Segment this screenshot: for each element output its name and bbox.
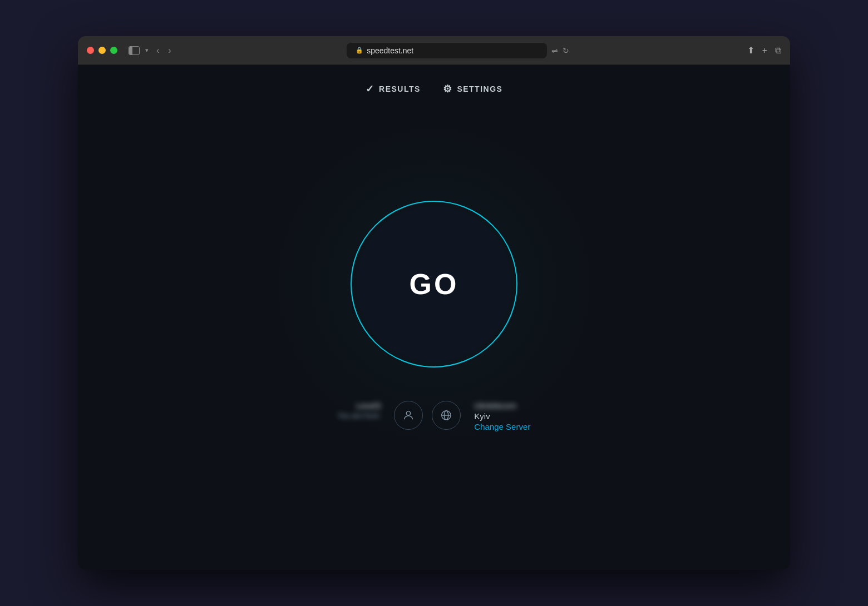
traffic-light-red[interactable] [87, 47, 94, 54]
top-nav: ✓ RESULTS ⚙ SETTINGS [366, 83, 503, 95]
browser-controls: ▾ ‹ › [129, 44, 174, 57]
traffic-light-yellow[interactable] [98, 47, 106, 54]
browser-chrome: ▾ ‹ › 🔒 speedtest.net ⇌ ↻ ⬆ + ⧉ [78, 36, 790, 65]
forward-button[interactable]: › [166, 44, 173, 57]
traffic-light-green[interactable] [110, 47, 117, 54]
isp-ip: You are from: [338, 411, 381, 420]
page-content: ✓ RESULTS ⚙ SETTINGS GO Level3 You [78, 65, 790, 570]
go-label: GO [410, 267, 459, 301]
change-server-link[interactable]: Change Server [474, 422, 530, 431]
address-bar[interactable]: 🔒 speedtest.net [347, 43, 547, 58]
share-button[interactable]: ⬆ [747, 45, 754, 56]
go-button-wrapper: GO [351, 201, 517, 367]
settings-icon: ⚙ [443, 83, 453, 95]
server-provider: Ukrtelecom [474, 401, 516, 410]
url-text: speedtest.net [367, 46, 413, 55]
results-nav-item[interactable]: ✓ RESULTS [366, 83, 421, 95]
person-icon-button[interactable] [394, 401, 423, 430]
go-button[interactable]: GO [351, 201, 517, 367]
new-tab-button[interactable]: + [762, 46, 767, 56]
svg-point-0 [407, 411, 411, 415]
browser-window: ▾ ‹ › 🔒 speedtest.net ⇌ ↻ ⬆ + ⧉ ✓ RESULT… [78, 36, 790, 570]
settings-label: SETTINGS [457, 85, 502, 93]
main-area: GO Level3 You are from: [78, 95, 790, 570]
isp-name: Level3 [356, 401, 381, 410]
server-info: Ukrtelecom Kyiv Change Server [474, 401, 530, 431]
isp-info: Level3 You are from: [338, 401, 381, 420]
person-icon [402, 409, 415, 421]
globe-icon-button[interactable] [432, 401, 461, 430]
address-bar-container: 🔒 speedtest.net ⇌ ↻ [180, 43, 736, 58]
reload-icon[interactable]: ↻ [563, 46, 569, 55]
results-icon: ✓ [366, 83, 375, 95]
tabs-button[interactable]: ⧉ [775, 46, 781, 56]
back-button[interactable]: ‹ [154, 44, 161, 57]
sidebar-toggle[interactable] [129, 46, 140, 55]
browser-actions-right: ⬆ + ⧉ [747, 45, 781, 56]
lock-icon: 🔒 [356, 47, 363, 54]
bottom-info: Level3 You are from: [338, 401, 530, 431]
traffic-lights [87, 47, 117, 54]
results-label: RESULTS [379, 85, 421, 93]
globe-icon [440, 409, 452, 421]
translate-icon[interactable]: ⇌ [551, 46, 558, 55]
settings-nav-item[interactable]: ⚙ SETTINGS [443, 83, 503, 95]
server-city: Kyiv [474, 411, 490, 421]
